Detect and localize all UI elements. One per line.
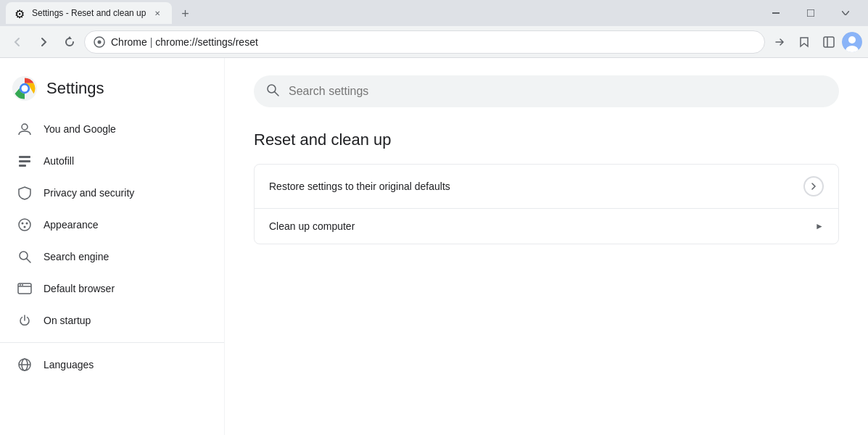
share-button[interactable] [768, 30, 791, 54]
address-domain: Chrome | chrome://settings/reset [111, 36, 756, 48]
svg-rect-17 [19, 165, 26, 167]
svg-point-14 [22, 124, 28, 130]
search-bar[interactable] [254, 75, 839, 107]
svg-marker-2 [67, 36, 72, 39]
clean-up-computer-item[interactable]: Clean up computer ► [255, 209, 838, 244]
security-icon [94, 36, 105, 48]
chevron-down-button[interactable] [829, 2, 862, 24]
bookmark-button[interactable] [793, 30, 816, 54]
reset-card: Restore settings to their original defau… [254, 164, 839, 244]
shield-icon [17, 186, 32, 200]
sidebar-label-privacy: Privacy and security [44, 187, 134, 199]
sidebar-divider [0, 342, 224, 343]
content-area: Reset and clean up Restore settings to t… [225, 58, 868, 435]
svg-rect-5 [824, 37, 834, 47]
sidebar-label-appearance: Appearance [44, 219, 99, 231]
address-path: chrome://settings/reset [155, 36, 258, 48]
nav-actions [768, 30, 862, 54]
sidebar-label-search-engine: Search engine [44, 251, 109, 262]
tab-bar: ⚙ Settings - Reset and clean up ✕ + [6, 2, 756, 24]
address-domain-text: Chrome [111, 36, 147, 48]
svg-point-27 [22, 284, 23, 286]
new-tab-button[interactable]: + [175, 4, 195, 24]
sidebar-item-search-engine[interactable]: Search engine [0, 241, 212, 273]
browser-frame: ⚙ Settings - Reset and clean up ✕ + [0, 0, 868, 435]
sidebar-item-privacy-security[interactable]: Privacy and security [0, 177, 212, 209]
svg-rect-15 [19, 156, 30, 158]
tab-favicon: ⚙ [15, 7, 26, 19]
sidebar-label-default-browser: Default browser [44, 283, 115, 294]
forward-button[interactable] [32, 30, 55, 54]
browser-icon [17, 281, 32, 296]
profile-button[interactable] [842, 32, 862, 52]
person-icon [17, 122, 32, 136]
active-tab[interactable]: ⚙ Settings - Reset and clean up ✕ [6, 2, 172, 24]
svg-line-23 [27, 259, 31, 263]
sidebar-label-on-startup: On startup [44, 315, 91, 326]
svg-point-19 [22, 223, 24, 225]
maximize-button[interactable] [794, 2, 827, 24]
tab-title: Settings - Reset and clean up [32, 8, 146, 18]
sidebar-label-languages: Languages [44, 359, 94, 370]
search-bar-icon [265, 83, 280, 101]
svg-point-26 [20, 284, 21, 286]
svg-line-32 [275, 91, 279, 96]
svg-point-21 [24, 226, 26, 228]
reload-button[interactable] [58, 30, 81, 54]
nav-bar: Chrome | chrome://settings/reset [0, 26, 868, 58]
svg-point-20 [26, 223, 28, 225]
window-controls [759, 2, 862, 24]
clean-up-arrow: ► [815, 221, 824, 231]
sidebar-item-languages[interactable]: Languages [0, 349, 212, 381]
chrome-logo [12, 75, 38, 102]
search-input[interactable] [289, 85, 827, 98]
autofill-icon [17, 154, 32, 168]
restore-settings-arrow [803, 176, 824, 196]
restore-settings-label: Restore settings to their original defau… [269, 181, 803, 192]
svg-point-8 [848, 36, 856, 44]
sidebar-label-you-and-google: You and Google [44, 123, 116, 135]
title-bar: ⚙ Settings - Reset and clean up ✕ + [0, 0, 868, 26]
palette-icon [17, 218, 32, 232]
globe-icon [17, 357, 32, 372]
minimize-button[interactable] [759, 2, 793, 24]
svg-rect-1 [807, 9, 814, 17]
svg-point-13 [22, 86, 28, 92]
svg-point-18 [19, 219, 30, 231]
svg-rect-0 [772, 12, 780, 14]
restore-settings-item[interactable]: Restore settings to their original defau… [255, 165, 838, 209]
sidebar-toggle-button[interactable] [817, 30, 840, 54]
tab-close-button[interactable]: ✕ [152, 7, 163, 19]
back-button[interactable] [6, 30, 29, 54]
main-area: Settings You and Google Autofill Priv [0, 58, 868, 435]
clean-up-computer-label: Clean up computer [269, 220, 815, 232]
power-icon [17, 313, 32, 328]
address-bar[interactable]: Chrome | chrome://settings/reset [84, 30, 765, 54]
settings-header: Settings [0, 70, 224, 113]
settings-page-title: Settings [46, 79, 104, 98]
sidebar-label-autofill: Autofill [44, 155, 74, 167]
page-title: Reset and clean up [254, 130, 839, 149]
svg-rect-16 [19, 160, 30, 162]
sidebar-item-you-and-google[interactable]: You and Google [0, 113, 212, 145]
sidebar: Settings You and Google Autofill Priv [0, 58, 225, 435]
svg-point-4 [98, 40, 102, 44]
sidebar-item-autofill[interactable]: Autofill [0, 145, 212, 177]
sidebar-item-default-browser[interactable]: Default browser [0, 273, 212, 304]
profile-avatar [842, 32, 862, 52]
search-nav-icon [17, 249, 32, 264]
sidebar-item-appearance[interactable]: Appearance [0, 209, 212, 241]
sidebar-item-on-startup[interactable]: On startup [0, 304, 212, 336]
